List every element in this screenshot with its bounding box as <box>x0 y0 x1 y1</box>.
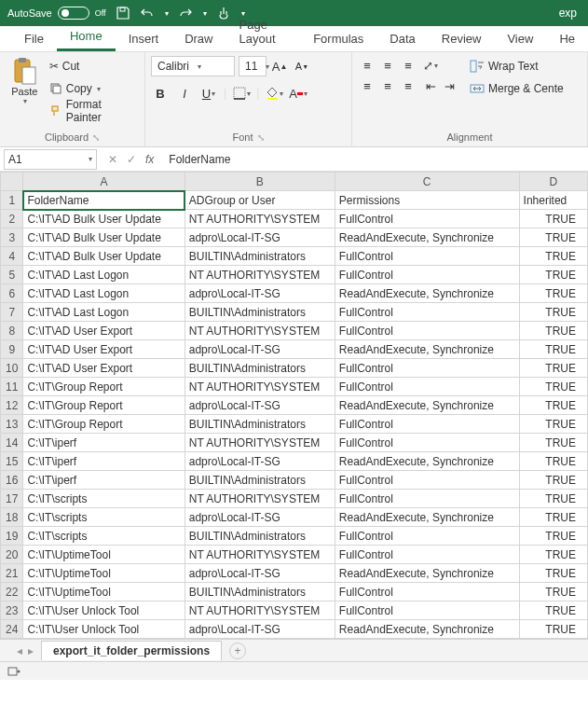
cell[interactable]: ReadAndExecute, Synchronize <box>335 620 519 639</box>
cell[interactable]: NT AUTHORITY\SYSTEM <box>185 490 335 508</box>
font-size-select[interactable]: 11▾ <box>239 56 267 76</box>
row-header[interactable]: 24 <box>1 620 23 639</box>
cell[interactable]: FullControl <box>335 303 519 322</box>
row-header[interactable]: 15 <box>1 452 23 471</box>
cell[interactable]: TRUE <box>519 415 587 434</box>
row-header[interactable]: 12 <box>1 396 23 415</box>
tab-home[interactable]: Home <box>57 23 116 51</box>
tab-insert[interactable]: Insert <box>116 26 172 51</box>
cell[interactable]: FullControl <box>335 359 519 378</box>
cell[interactable]: C:\IT\iperf <box>23 434 185 452</box>
cell[interactable]: BUILTIN\Administrators <box>185 247 335 266</box>
decrease-font-icon[interactable]: A▼ <box>293 57 311 76</box>
increase-font-icon[interactable]: A▲ <box>270 57 289 76</box>
cell[interactable]: ReadAndExecute, Synchronize <box>335 396 519 415</box>
cell[interactable]: BUILTIN\Administrators <box>185 303 335 322</box>
cell[interactable]: C:\IT\AD User Export <box>23 340 185 359</box>
cell[interactable]: C:\IT\iperf <box>23 452 185 471</box>
cell[interactable]: adpro\Local-IT-SG <box>185 564 335 583</box>
cell[interactable]: C:\IT\AD User Export <box>23 359 185 378</box>
cell[interactable]: FullControl <box>335 490 519 508</box>
undo-icon[interactable] <box>140 6 155 21</box>
cell[interactable]: TRUE <box>519 583 587 601</box>
row-header[interactable]: 19 <box>1 527 23 546</box>
row-header[interactable]: 20 <box>1 546 23 564</box>
cell[interactable]: TRUE <box>519 359 587 378</box>
row-header[interactable]: 8 <box>1 322 23 340</box>
cell[interactable]: TRUE <box>519 340 587 359</box>
spreadsheet-grid[interactable]: ABCD1FolderNameADGroup or UserPermission… <box>0 172 588 639</box>
select-all-corner[interactable] <box>1 173 23 191</box>
cell[interactable]: C:\IT\Group Report <box>23 415 185 434</box>
paste-button[interactable]: Paste ▾ <box>6 56 44 105</box>
cell[interactable]: BUILTIN\Administrators <box>185 527 335 546</box>
row-header[interactable]: 2 <box>1 210 23 228</box>
row-header[interactable]: 18 <box>1 508 23 527</box>
wrap-text-button[interactable]: Wrap Text <box>468 56 566 76</box>
cell[interactable]: NT AUTHORITY\SYSTEM <box>185 434 335 452</box>
cell[interactable]: FullControl <box>335 434 519 452</box>
cell[interactable]: TRUE <box>519 564 587 583</box>
copy-button[interactable]: Copy ▾ <box>48 78 139 99</box>
cell[interactable]: ReadAndExecute, Synchronize <box>335 564 519 583</box>
column-header-A[interactable]: A <box>23 173 185 191</box>
align-center-icon[interactable]: ≡ <box>378 76 397 95</box>
formula-input[interactable]: FolderName <box>161 153 588 166</box>
cell[interactable]: adpro\Local-IT-SG <box>185 620 335 639</box>
column-header-B[interactable]: B <box>185 173 335 191</box>
cell[interactable]: C:\IT\scripts <box>23 490 185 508</box>
row-header[interactable]: 4 <box>1 247 23 266</box>
cell[interactable]: TRUE <box>519 490 587 508</box>
cell[interactable]: adpro\Local-IT-SG <box>185 396 335 415</box>
tab-review[interactable]: Review <box>429 26 495 51</box>
cell[interactable]: TRUE <box>519 471 587 490</box>
cell[interactable]: C:\IT\scripts <box>23 527 185 546</box>
cell[interactable]: C:\IT\Group Report <box>23 396 185 415</box>
cell[interactable]: NT AUTHORITY\SYSTEM <box>185 210 335 228</box>
cell[interactable]: FullControl <box>335 247 519 266</box>
cell[interactable]: ReadAndExecute, Synchronize <box>335 340 519 359</box>
row-header[interactable]: 5 <box>1 266 23 284</box>
cell[interactable]: NT AUTHORITY\SYSTEM <box>185 378 335 396</box>
cell[interactable]: TRUE <box>519 396 587 415</box>
cell[interactable]: C:\IT\User Unlock Tool <box>23 601 185 620</box>
bold-button[interactable]: B <box>151 84 170 103</box>
cell[interactable]: adpro\Local-IT-SG <box>185 452 335 471</box>
align-right-icon[interactable]: ≡ <box>399 76 417 95</box>
next-sheet-icon[interactable]: ▸ <box>28 644 34 657</box>
cell[interactable]: TRUE <box>519 303 587 322</box>
cell[interactable]: C:\IT\AD Bulk User Update <box>23 210 185 228</box>
italic-button[interactable]: I <box>175 84 194 103</box>
cell[interactable]: FullControl <box>335 583 519 601</box>
cell[interactable]: FullControl <box>335 210 519 228</box>
dialog-launcher-icon[interactable]: ⤡ <box>257 132 265 143</box>
cell[interactable]: ReadAndExecute, Synchronize <box>335 452 519 471</box>
cell[interactable]: C:\IT\AD Last Logon <box>23 284 185 303</box>
cell[interactable]: C:\IT\UptimeTool <box>23 583 185 601</box>
align-bottom-icon[interactable]: ≡ <box>399 56 417 75</box>
sheet-tab[interactable]: export_it_folder_permissions <box>41 641 222 660</box>
cell[interactable]: TRUE <box>519 620 587 639</box>
cut-button[interactable]: ✂ Cut <box>48 56 139 76</box>
cell[interactable]: BUILTIN\Administrators <box>185 583 335 601</box>
dialog-launcher-icon[interactable]: ⤡ <box>92 132 100 143</box>
tab-formulas[interactable]: Formulas <box>300 26 376 51</box>
borders-button[interactable]: ▾ <box>232 84 251 103</box>
cell[interactable]: ReadAndExecute, Synchronize <box>335 508 519 527</box>
cell[interactable]: TRUE <box>519 601 587 620</box>
align-left-icon[interactable]: ≡ <box>358 76 376 95</box>
merge-center-button[interactable]: Merge & Cente <box>468 78 566 99</box>
cell[interactable]: C:\IT\Group Report <box>23 378 185 396</box>
column-header-D[interactable]: D <box>519 173 587 191</box>
cell[interactable]: TRUE <box>519 508 587 527</box>
fill-color-button[interactable]: ▾ <box>265 84 283 103</box>
cell[interactable]: C:\IT\UptimeTool <box>23 546 185 564</box>
cell[interactable]: TRUE <box>519 247 587 266</box>
row-header[interactable]: 21 <box>1 564 23 583</box>
cell[interactable]: C:\IT\User Unlock Tool <box>23 620 185 639</box>
column-header-C[interactable]: C <box>335 173 519 191</box>
cell[interactable]: adpro\Local-IT-SG <box>185 340 335 359</box>
add-sheet-button[interactable]: + <box>229 643 246 659</box>
cancel-formula-icon[interactable]: ✕ <box>108 153 117 166</box>
cell[interactable]: TRUE <box>519 452 587 471</box>
